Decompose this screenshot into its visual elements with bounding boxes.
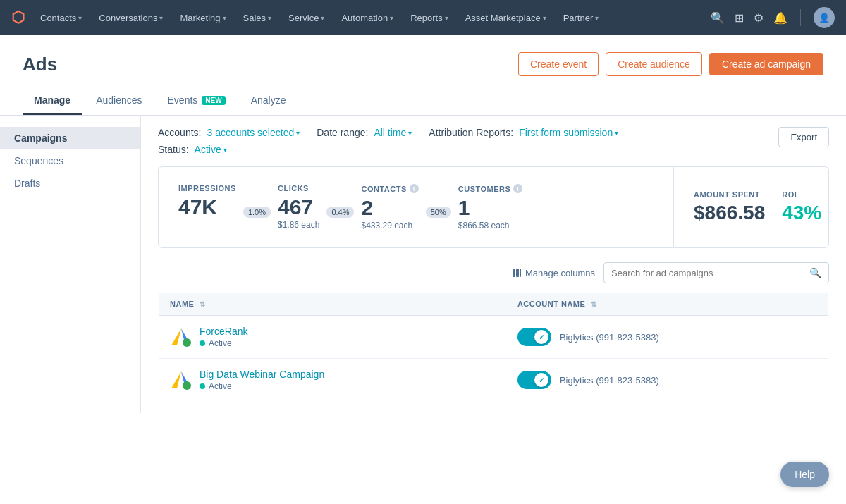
active-status-dot [200,340,205,346]
manage-columns-button[interactable]: Manage columns [512,268,595,278]
account-name-cell: ✓ Biglytics (991-823-5383) [506,316,829,359]
sort-icon[interactable]: ⇅ [591,300,597,308]
page-header: Ads Create event Create audience Create … [0,35,846,76]
nav-automation[interactable]: Automation ▾ [334,8,400,27]
columns-icon [512,268,522,278]
page-container: Ads Create event Create audience Create … [0,35,846,504]
chevron-down-icon: ▾ [321,14,324,22]
main-layout: Campaigns Sequences Drafts Accounts: 3 a… [0,116,846,413]
impressions-label: IMPRESSIONS [178,184,236,192]
svg-rect-1 [516,269,519,277]
nav-reports[interactable]: Reports ▾ [403,8,455,27]
create-ad-campaign-button[interactable]: Create ad campaign [709,53,823,75]
stat-clicks: CLICKS 467 $1.86 each [278,184,319,230]
table-row: ForceRank Active [159,316,829,359]
google-ads-logo [170,326,192,348]
contacts-value: 2 [361,196,373,219]
toggle-track[interactable]: ✓ [517,328,551,346]
status-filter-label: Status: [158,144,189,155]
customers-label: CUSTOMERS i [458,184,523,193]
page-title: Ads [23,54,57,75]
help-button[interactable]: Help [780,462,829,487]
create-audience-button[interactable]: Create audience [606,52,702,76]
nav-partner[interactable]: Partner ▾ [556,8,606,27]
toggle-knob: ✓ [534,373,548,387]
toggle-switch[interactable]: ✓ [517,328,551,346]
nav-service[interactable]: Service ▾ [281,8,331,27]
toggle-switch[interactable]: ✓ [517,371,551,389]
chevron-down-icon: ▾ [615,129,618,137]
search-icon[interactable]: 🔍 [711,11,725,25]
attribution-filter-value[interactable]: First form submission ▾ [519,127,618,138]
chevron-down-icon: ▾ [223,146,227,154]
settings-icon[interactable]: ⚙ [754,11,764,25]
roi-value: 43% [782,202,821,224]
nav-marketing[interactable]: Marketing ▾ [173,8,233,27]
tab-events[interactable]: Events NEW [157,87,237,115]
tabs-bar: Manage Audiences Events NEW Analyze [0,87,846,116]
filters-row-1: Accounts: 3 accounts selected ▾ Date ran… [158,127,618,138]
stats-side: AMOUNT SPENT $866.58 ROI 43% [674,166,829,248]
col-account-name: ACCOUNT NAME ⇅ [506,293,829,316]
sidebar-item-drafts[interactable]: Drafts [0,172,140,195]
tab-manage[interactable]: Manage [23,87,82,115]
contacts-info-icon[interactable]: i [410,184,419,193]
attribution-filter-label: Attribution Reports: [429,127,513,138]
sidebar-item-campaigns[interactable]: Campaigns [0,127,140,149]
date-range-filter-label: Date range: [317,127,368,138]
header-actions: Create event Create audience Create ad c… [518,52,823,76]
notifications-icon[interactable]: 🔔 [773,11,787,25]
account-name: Biglytics (991-823-5383) [560,375,659,386]
sidebar-item-sequences[interactable]: Sequences [0,149,140,172]
nav-conversations[interactable]: Conversations ▾ [92,8,170,27]
chevron-down-icon: ▾ [445,14,448,22]
campaign-search-box[interactable]: 🔍 [603,262,829,283]
nav-contacts[interactable]: Contacts ▾ [33,8,89,27]
col-name: NAME ⇅ [159,293,506,316]
svg-rect-0 [513,269,515,277]
clicks-label: CLICKS [278,184,309,192]
clicks-sub: $1.86 each [278,220,319,230]
sort-icon[interactable]: ⇅ [200,300,206,308]
google-ads-logo [170,369,192,391]
toggle-track[interactable]: ✓ [517,371,551,389]
stat-amount-spent: AMOUNT SPENT $866.58 [694,190,765,224]
hubspot-logo[interactable]: ⬡ [11,8,25,27]
check-icon: ✓ [539,376,544,384]
status-filter-value[interactable]: Active ▾ [195,144,227,155]
export-area: Export [778,127,829,147]
stats-panel: IMPRESSIONS 47K 1.0% CLICKS 467 $1.86 ea… [158,166,829,248]
campaign-link[interactable]: Big Data Webinar Campaign [200,369,324,380]
svg-marker-3 [171,328,181,345]
svg-rect-2 [520,269,521,277]
table-body: ForceRank Active [159,316,829,402]
filters-row-2: Status: Active ▾ [158,144,618,155]
table-row: Big Data Webinar Campaign Active [159,359,829,402]
stat-impressions: IMPRESSIONS 47K [178,184,236,219]
campaign-name-cell: Big Data Webinar Campaign Active [159,359,506,402]
table-controls: Manage columns 🔍 [158,262,829,283]
svg-point-5 [183,338,191,347]
tab-audiences[interactable]: Audiences [85,87,153,115]
export-button[interactable]: Export [778,127,829,147]
clicks-value: 467 [278,195,313,219]
check-icon: ✓ [539,333,544,341]
tab-analyze[interactable]: Analyze [240,87,298,115]
nav-asset-marketplace[interactable]: Asset Marketplace ▾ [458,8,553,27]
campaign-link[interactable]: ForceRank [200,326,247,337]
contacts-label: CONTACTS i [361,184,418,193]
customers-rate-badge: 50% [426,207,451,218]
campaign-name-cell: ForceRank Active [159,316,506,359]
nav-sales[interactable]: Sales ▾ [236,8,279,27]
chevron-down-icon: ▾ [296,129,300,137]
chevron-down-icon: ▾ [408,129,412,137]
clicks-rate-arrow: 1.0% [236,184,278,218]
date-range-filter-value[interactable]: All time ▾ [374,127,412,138]
apps-icon[interactable]: ⊞ [735,11,744,25]
create-event-button[interactable]: Create event [518,52,599,76]
customers-info-icon[interactable]: i [513,184,522,193]
user-avatar[interactable]: 👤 [814,7,835,28]
accounts-filter-value[interactable]: 3 accounts selected ▾ [207,127,300,138]
stats-main: IMPRESSIONS 47K 1.0% CLICKS 467 $1.86 ea… [158,166,674,248]
search-input[interactable] [611,268,805,278]
